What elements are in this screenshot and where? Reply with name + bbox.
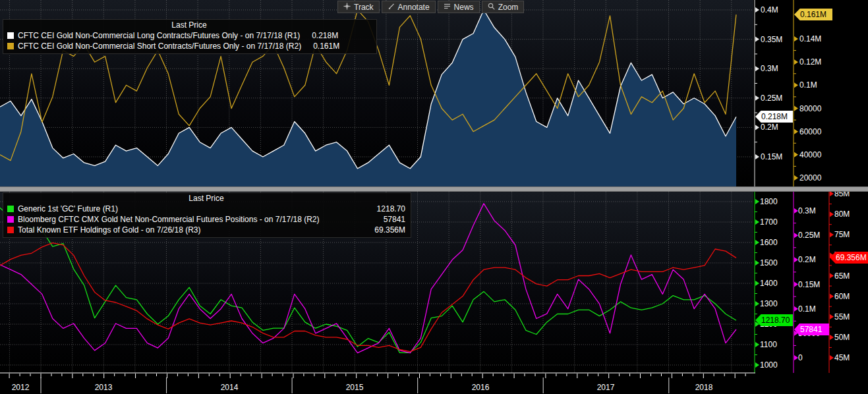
short-series-swatch <box>7 43 14 49</box>
axis-tick-arrow <box>755 199 759 204</box>
legend-value: 0.218M <box>312 31 338 40</box>
axis-tick-label: 0.4M <box>761 5 778 14</box>
axis-tick-arrow <box>755 301 759 306</box>
etf-series-swatch <box>7 227 14 233</box>
last-price-tag-short: 0.161M <box>794 9 832 20</box>
year-label: 2013 <box>95 383 113 392</box>
axis-tick-arrow <box>794 175 798 181</box>
axis-tick-arrow <box>755 342 759 347</box>
axis-tick-arrow <box>755 7 759 13</box>
axis-tick-arrow <box>755 260 759 266</box>
axis-tick-label: 45M <box>834 353 850 362</box>
gc-series-swatch <box>7 206 14 212</box>
legend-row-net-positions[interactable]: Bloomberg CFTC CMX Gold Net Non-Commerci… <box>7 214 405 225</box>
axis-tick-arrow <box>755 96 759 101</box>
axis-tick-label: 1000 <box>760 360 778 370</box>
news-button[interactable]: News <box>438 1 480 13</box>
legend-row-etf-holdings[interactable]: Total Known ETF Holdings of Gold - on 7/… <box>7 225 405 235</box>
axis-tick-arrow <box>830 335 834 340</box>
axis-tick-label: 0.35M <box>761 35 782 44</box>
track-button[interactable]: Track <box>337 1 380 13</box>
axis-tick-arrow <box>794 129 798 134</box>
axis-tick-label: 80M <box>834 210 850 219</box>
long-series-swatch <box>7 32 14 39</box>
annotate-icon <box>388 3 395 12</box>
axis-tick-arrow <box>830 211 834 217</box>
zoom-button[interactable]: Zoom <box>482 1 525 13</box>
legend-value: 1218.70 <box>377 204 405 213</box>
last-price-tag-etf: 69.356M <box>830 252 868 264</box>
axis-tick-label: 50M <box>834 333 850 342</box>
axis-tick-arrow <box>755 362 759 368</box>
axis-tick-arrow <box>755 154 759 159</box>
legend-label: Total Known ETF Holdings of Gold - on 7/… <box>18 225 370 235</box>
axis-tick-arrow <box>830 191 834 196</box>
last-price-tag-net: 57841 <box>794 324 829 335</box>
legend-title: Last Price <box>7 194 405 204</box>
axis-tick-label: 0.15M <box>798 280 820 289</box>
axis-tick-arrow <box>830 232 834 237</box>
panel-separator[interactable] <box>0 186 868 192</box>
axis-tick-label: 0.1M <box>799 80 817 90</box>
axis-tick-label: 0.14M <box>799 34 821 43</box>
legend-label: CFTC CEI Gold Non-Commercial Short Contr… <box>18 42 301 51</box>
last-price-tag-gc: 1218.70 <box>755 314 793 326</box>
annotate-button[interactable]: Annotate <box>382 1 436 13</box>
axis-tick-arrow <box>830 355 834 360</box>
legend-row-gc-future[interactable]: Generic 1st 'GC' Future (R1) 1218.70 <box>7 204 405 214</box>
year-label: 2012 <box>12 383 30 392</box>
legend-row-long-contracts[interactable]: CFTC CEI Gold Non-Commercial Long Contra… <box>7 30 371 41</box>
axis-tick-arrow <box>794 82 798 88</box>
axis-tick-label: 1600 <box>760 238 778 247</box>
legend-value: 0.161M <box>313 42 339 51</box>
news-label: News <box>454 3 474 12</box>
axis-tick-label: 1500 <box>760 258 778 267</box>
axis-tick-label: 0.2M <box>761 123 778 132</box>
axis-tick-label: 80000 <box>799 104 822 113</box>
axis-tick-label: 0.1M <box>798 304 816 314</box>
net-positions-swatch <box>7 216 14 223</box>
legend-label: CFTC CEI Gold Non-Commercial Long Contra… <box>18 31 300 40</box>
year-label: 2014 <box>221 383 239 392</box>
axis-tick-arrow <box>755 240 759 245</box>
axis-tick-label: 0.25M <box>761 94 782 103</box>
legend-label: Generic 1st 'GC' Future (R1) <box>18 204 373 213</box>
axis-tick-label: 0.3M <box>798 206 816 215</box>
axis-tick-arrow <box>794 106 798 111</box>
axis-tick-arrow <box>830 273 834 279</box>
axis-tick-label: 1100 <box>760 340 777 349</box>
top-panel-legend: Last Price CFTC CEI Gold Non-Commercial … <box>3 19 377 54</box>
axis-tick-label: 65M <box>834 271 850 281</box>
axis-tick-arrow <box>794 59 798 65</box>
bloomberg-chart-window: { "toolbar": { "buttons": [ {"icon": "tr… <box>0 0 868 394</box>
legend-value: 57841 <box>384 215 405 224</box>
legend-row-short-contracts[interactable]: CFTC CEI Gold Non-Commercial Short Contr… <box>7 41 371 51</box>
axis-tick-label: 0 <box>798 353 803 362</box>
axis-tick-arrow <box>755 125 759 130</box>
axis-tick-arrow <box>755 66 759 71</box>
axis-tick-arrow <box>830 294 834 299</box>
axis-tick-arrow <box>794 36 798 42</box>
year-label: 2016 <box>472 383 490 392</box>
axis-tick-label: 0.12M <box>799 57 821 67</box>
axis-tick-label: 0.15M <box>761 152 782 161</box>
legend-value: 69.356M <box>374 225 405 235</box>
track-label: Track <box>354 3 374 12</box>
annotate-label: Annotate <box>398 3 430 12</box>
axis-tick-label: 1800 <box>760 197 778 206</box>
last-price-tag-long: 0.218M <box>755 111 793 123</box>
axis-tick-label: 0.25M <box>798 231 820 240</box>
axis-tick-label: 60M <box>834 292 850 301</box>
axis-tick-arrow <box>755 37 759 42</box>
axis-tick-label: 75M <box>834 230 850 239</box>
zoom-label: Zoom <box>498 3 519 12</box>
legend-label: Bloomberg CFTC CMX Gold Net Non-Commerci… <box>18 215 380 224</box>
zoom-icon <box>488 3 495 12</box>
axis-tick-label: 0.3M <box>761 64 778 73</box>
axis-tick-label: 40000 <box>799 150 822 159</box>
axis-tick-label: 1300 <box>760 299 778 308</box>
axis-tick-label: 20000 <box>799 173 822 183</box>
year-label: 2015 <box>346 383 364 392</box>
news-icon <box>444 3 451 12</box>
axis-tick-arrow <box>794 152 798 157</box>
